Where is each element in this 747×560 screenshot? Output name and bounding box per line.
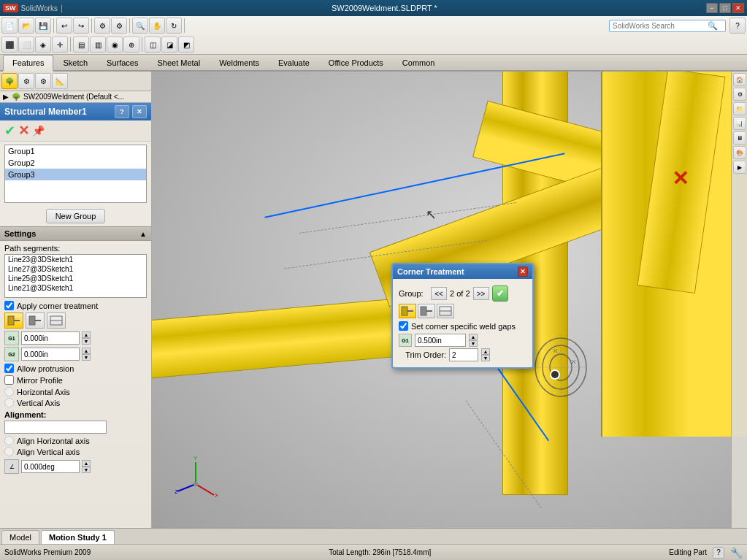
- align-horiz-radio[interactable]: [4, 436, 14, 445]
- alignment-input[interactable]: [4, 421, 107, 434]
- simulation-button[interactable]: ▶: [733, 161, 746, 174]
- path-item-2[interactable]: Line27@3DSketch1: [5, 264, 146, 274]
- tab-common[interactable]: Common: [393, 55, 445, 70]
- corner-treatment-close-button[interactable]: ✕: [518, 266, 528, 277]
- apply-corner-checkbox[interactable]: [4, 301, 14, 310]
- tb2-btn6[interactable]: ▥: [90, 37, 106, 53]
- options-button[interactable]: ⚙: [111, 18, 127, 34]
- ct-corner-btn-3[interactable]: [437, 304, 454, 318]
- file-folder-button[interactable]: 📁: [733, 102, 746, 115]
- ct-trim-input[interactable]: [449, 348, 478, 361]
- tb2-btn5[interactable]: ▤: [73, 37, 89, 53]
- feature-close-button[interactable]: ✕: [132, 105, 147, 118]
- config-manager-button[interactable]: ⚙: [35, 73, 51, 89]
- align-vert-radio[interactable]: [4, 447, 14, 456]
- settings-section-header[interactable]: Settings ▲: [0, 226, 151, 241]
- dim-expert-button[interactable]: 📐: [52, 73, 68, 89]
- angle-spin-up[interactable]: ▲: [82, 460, 91, 467]
- zoom-button[interactable]: 🔍: [132, 18, 148, 34]
- corner-btn-1[interactable]: [4, 312, 23, 329]
- ct-g1-spin-down[interactable]: ▼: [469, 340, 478, 347]
- tab-weldments[interactable]: Weldments: [210, 55, 269, 70]
- ct-g1-spin-up[interactable]: ▲: [469, 334, 478, 340]
- feature-help-button[interactable]: ?: [115, 105, 129, 118]
- ct-g1-input[interactable]: [415, 334, 466, 347]
- search-bar[interactable]: 🔍: [609, 20, 726, 32]
- ct-corner-btn-1[interactable]: [399, 304, 416, 318]
- tb2-btn4[interactable]: ✛: [52, 37, 68, 53]
- path-item-3[interactable]: Line25@3DSketch1: [5, 274, 146, 283]
- g2-spin-down[interactable]: ▼: [82, 354, 91, 361]
- path-item-4[interactable]: Line21@3DSketch1: [5, 283, 146, 293]
- new-group-button[interactable]: New Group: [46, 209, 106, 223]
- tb2-btn11[interactable]: ◩: [178, 37, 194, 53]
- cancel-button[interactable]: ✕: [18, 123, 29, 139]
- group-item-1[interactable]: Group1: [5, 145, 146, 157]
- display-button[interactable]: 🖥: [733, 131, 746, 145]
- tab-surfaces[interactable]: Surfaces: [97, 55, 148, 70]
- open-file-button[interactable]: 📂: [18, 18, 34, 34]
- search-input[interactable]: [613, 22, 708, 30]
- view-orientation-button[interactable]: 🏠: [733, 73, 746, 86]
- corner-btn-3[interactable]: [47, 312, 66, 329]
- path-segments-list[interactable]: Line23@3DSketch1 Line27@3DSketch1 Line25…: [4, 254, 147, 298]
- status-help-button[interactable]: ?: [713, 547, 724, 559]
- path-item-1[interactable]: Line23@3DSketch1: [5, 255, 146, 264]
- model-tab[interactable]: Model: [1, 530, 39, 544]
- corner-btn-2[interactable]: [26, 312, 45, 329]
- vert-axis-radio[interactable]: [4, 398, 14, 407]
- mirror-profile-checkbox[interactable]: [4, 375, 14, 385]
- new-file-button[interactable]: 📄: [1, 18, 18, 34]
- minimize-button[interactable]: −: [706, 3, 718, 13]
- presentation-button[interactable]: 📊: [733, 117, 746, 130]
- help-button[interactable]: ?: [729, 18, 746, 34]
- tb2-btn10[interactable]: ◪: [161, 37, 177, 53]
- g2-input[interactable]: 0.000in: [21, 348, 80, 361]
- close-button[interactable]: ✕: [732, 3, 744, 13]
- pan-button[interactable]: ✋: [149, 18, 165, 34]
- ct-corner-btn-2[interactable]: [418, 304, 435, 318]
- feature-tree-button[interactable]: 🌳: [1, 73, 18, 89]
- angle-input[interactable]: [21, 460, 80, 473]
- tab-evaluate[interactable]: Evaluate: [269, 55, 319, 70]
- tab-sketch[interactable]: Sketch: [53, 55, 97, 70]
- ct-trim-spin-up[interactable]: ▲: [481, 348, 490, 355]
- maximize-button[interactable]: □: [719, 3, 731, 13]
- render-button[interactable]: 🎨: [733, 146, 746, 159]
- g1-spin-down[interactable]: ▼: [82, 338, 91, 345]
- tb2-btn8[interactable]: ⊕: [123, 37, 139, 53]
- window-controls[interactable]: − □ ✕: [706, 3, 744, 13]
- horiz-axis-radio[interactable]: [4, 387, 14, 396]
- undo-button[interactable]: ↩: [56, 18, 72, 34]
- property-manager-button[interactable]: ⚙: [18, 73, 34, 89]
- pin-button[interactable]: 📌: [32, 125, 45, 137]
- tb2-btn9[interactable]: ◫: [145, 37, 161, 53]
- view-settings-button[interactable]: ⚙: [733, 88, 746, 101]
- g2-spin-up[interactable]: ▲: [82, 348, 91, 354]
- redo-button[interactable]: ↪: [73, 18, 89, 34]
- ct-set-corner-checkbox[interactable]: [399, 321, 408, 331]
- allow-protrusion-checkbox[interactable]: [4, 364, 14, 373]
- group-item-3[interactable]: Group3: [5, 169, 146, 180]
- save-button[interactable]: 💾: [35, 18, 51, 34]
- group-item-2[interactable]: Group2: [5, 157, 146, 169]
- tb2-btn3[interactable]: ◈: [35, 37, 51, 53]
- g1-input[interactable]: 0.000in: [21, 331, 80, 345]
- tab-sheet-metal[interactable]: Sheet Metal: [148, 55, 210, 70]
- ok-button[interactable]: ✔: [4, 123, 15, 139]
- tb2-btn7[interactable]: ◉: [107, 37, 123, 53]
- rotate-button[interactable]: ↻: [166, 18, 182, 34]
- g1-spin-up[interactable]: ▲: [82, 331, 91, 338]
- tb2-btn2[interactable]: ⬜: [18, 37, 34, 53]
- tb2-btn1[interactable]: ⬛: [1, 37, 18, 53]
- tab-office-products[interactable]: Office Products: [319, 55, 393, 70]
- rebuild-button[interactable]: ⚙: [94, 18, 110, 34]
- motion-study-tab[interactable]: Motion Study 1: [41, 530, 115, 544]
- tab-features[interactable]: Features: [3, 55, 53, 72]
- angle-spin-down[interactable]: ▼: [82, 467, 91, 473]
- viewport[interactable]: ✕ ↖ X Y Z Corner Treatment ✕: [152, 72, 747, 528]
- ct-prev-button[interactable]: <<: [431, 287, 447, 300]
- groups-list[interactable]: Group1 Group2 Group3: [4, 145, 147, 203]
- ct-ok-button[interactable]: ✔: [492, 285, 508, 302]
- ct-trim-spin-down[interactable]: ▼: [481, 355, 490, 361]
